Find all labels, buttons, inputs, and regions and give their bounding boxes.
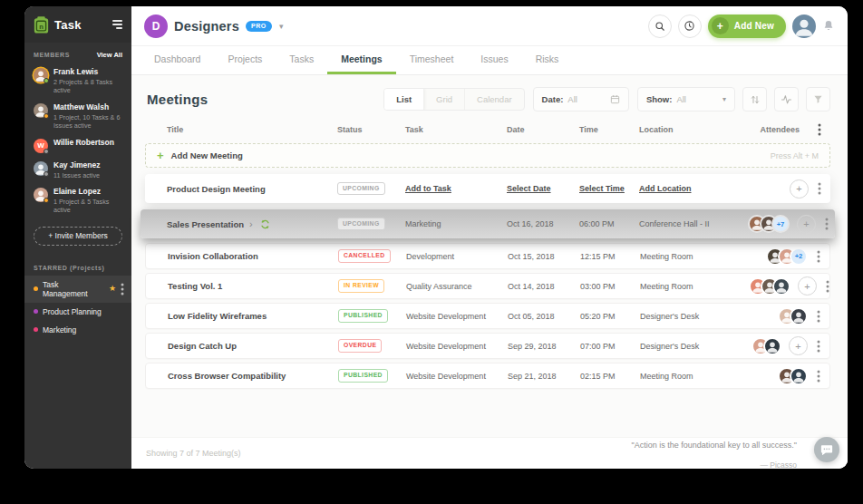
workspace-name: Designers — [174, 19, 239, 34]
filter-button[interactable] — [806, 87, 830, 111]
tab-timesheet[interactable]: Timesheet — [396, 46, 468, 74]
date-cell: Sep 29, 2018 — [508, 342, 580, 351]
workspace-caret-icon[interactable]: ▾ — [279, 22, 284, 31]
date-filter[interactable]: Date: All — [533, 87, 629, 111]
footer: Showing 7 of 7 Meeting(s) "Action is the… — [131, 437, 848, 469]
status-dot — [44, 149, 49, 154]
recurring-icon — [260, 219, 270, 229]
add-attendee-button[interactable]: + — [798, 276, 817, 296]
date-cell: Oct 05, 2018 — [508, 312, 580, 321]
attendee-overflow-badge[interactable]: +2 — [790, 247, 808, 266]
status-dot — [44, 113, 49, 119]
notifications-bell-icon[interactable] — [822, 19, 835, 33]
sidebar-project-task-management[interactable]: Task Management★ — [24, 276, 131, 303]
task-cell: Marketing — [405, 219, 507, 228]
add-attendee-button[interactable]: + — [789, 336, 808, 355]
workspace-avatar[interactable]: D — [144, 15, 168, 38]
topbar: D Designers PRO ▾ + Add New — [131, 6, 848, 46]
user-avatar[interactable] — [792, 15, 816, 38]
meeting-row-product-design-meeting[interactable]: Product Design MeetingUPCOMINGAdd to Tas… — [145, 174, 830, 203]
content-area: Meetings ListGridCalendar Date: All Show… — [131, 75, 848, 437]
kebab-menu-icon[interactable] — [121, 283, 124, 296]
add-new-meeting-row[interactable]: + Add New Meeting Press Alt + M — [145, 143, 830, 168]
show-filter[interactable]: Show: All ▾ — [637, 87, 735, 111]
member-item-willie-robertson[interactable]: WWillie Robertson — [24, 134, 131, 157]
tab-risks[interactable]: Risks — [522, 46, 573, 74]
row-kebab-icon[interactable] — [808, 310, 829, 323]
meeting-row-design-catch-up[interactable]: Design Catch UpOVERDUEWebsite Developmen… — [145, 333, 830, 359]
status-dot — [44, 78, 49, 83]
attendees-cell: +2 — [749, 247, 808, 266]
status-badge: UPCOMING — [337, 182, 385, 196]
status-dot — [44, 171, 49, 177]
members-list: Frank Lewis2 Projects & 8 Tasks activeMa… — [24, 63, 131, 218]
tab-issues[interactable]: Issues — [467, 46, 521, 74]
attendees-cell — [749, 307, 808, 325]
attendee-avatar[interactable] — [790, 367, 808, 385]
time-cell: 03:00 PM — [580, 282, 640, 291]
table-header-kebab-icon[interactable] — [809, 123, 830, 136]
row-kebab-icon[interactable] — [808, 340, 829, 353]
location-cell: Designer's Desk — [640, 342, 749, 351]
status-badge: OVERDUE — [338, 339, 382, 353]
meeting-row-invision-collaboration[interactable]: Invision CollaborationCANCELLEDDevelopme… — [145, 243, 830, 269]
tab-tasks[interactable]: Tasks — [276, 46, 327, 74]
tab-meetings[interactable]: Meetings — [327, 46, 396, 74]
sidebar-project-marketing[interactable]: Marketing — [24, 321, 131, 339]
member-item-frank-lewis[interactable]: Frank Lewis2 Projects & 8 Tasks active — [24, 63, 131, 99]
star-icon[interactable]: ★ — [109, 285, 116, 293]
view-grid-button[interactable]: Grid — [424, 89, 465, 110]
time-cell: 06:00 PM — [579, 219, 639, 228]
row-kebab-icon[interactable] — [817, 280, 839, 293]
tab-projects[interactable]: Projects — [214, 46, 276, 74]
chat-fab-button[interactable] — [814, 437, 839, 462]
column-header-date: Date — [507, 125, 579, 134]
attendee-overflow-badge[interactable]: +7 — [771, 215, 790, 233]
meeting-row-sales-presentation[interactable]: Sales Presentation›UPCOMINGMarketingOct … — [141, 209, 835, 238]
row-kebab-icon[interactable] — [809, 182, 830, 195]
meeting-row-cross-browser-compatibility[interactable]: Cross Browser CompatibilityPUBLISHEDWebs… — [145, 363, 830, 389]
meeting-title: Low Fidelity Wireframes — [146, 311, 338, 321]
tab-dashboard[interactable]: Dashboard — [141, 46, 214, 74]
row-kebab-icon[interactable] — [808, 370, 829, 383]
meetings-list: Product Design MeetingUPCOMINGAdd to Tas… — [145, 174, 830, 389]
member-item-elaine-lopez[interactable]: Elaine Lopez1 Project & 5 Tasks active — [24, 183, 131, 218]
sidebar-project-product-planning[interactable]: Product Planning — [24, 303, 131, 321]
attendee-avatar[interactable] — [763, 337, 781, 355]
task-cell: Development — [406, 252, 508, 261]
time-cell: 07:00 PM — [580, 342, 640, 351]
attendee-avatar[interactable] — [772, 277, 790, 296]
time-cell[interactable]: Select Time — [579, 184, 639, 193]
activity-button[interactable] — [774, 87, 799, 111]
sidebar-menu-icon[interactable] — [112, 20, 122, 29]
member-name: Matthew Walsh — [53, 102, 122, 112]
row-kebab-icon[interactable] — [808, 250, 829, 263]
chevron-right-icon: › — [249, 218, 253, 229]
sidebar-logo-row: n Task — [24, 6, 131, 43]
view-all-link[interactable]: View All — [97, 51, 122, 59]
attendee-avatar[interactable] — [790, 307, 808, 325]
meeting-row-testing-vol-1[interactable]: Testing Vol. 1IN REVIEWQuality Assurance… — [145, 273, 830, 299]
view-switcher: ListGridCalendar — [383, 88, 524, 111]
members-section-head: MEMBERS View All — [24, 43, 131, 63]
sort-button[interactable] — [742, 87, 767, 111]
member-name: Kay Jimenez — [53, 160, 101, 170]
date-cell[interactable]: Select Date — [507, 184, 579, 193]
add-attendee-button[interactable]: + — [797, 215, 816, 234]
recent-activity-button[interactable] — [678, 15, 702, 38]
status-dot — [44, 198, 49, 203]
row-kebab-icon[interactable] — [816, 218, 838, 230]
view-list-button[interactable]: List — [384, 89, 424, 110]
view-calendar-button[interactable]: Calendar — [465, 89, 524, 110]
location-cell[interactable]: Add Location — [639, 184, 748, 193]
add-new-button[interactable]: + Add New — [708, 15, 786, 38]
search-button[interactable] — [648, 15, 672, 38]
meeting-row-low-fidelity-wireframes[interactable]: Low Fidelity WireframesPUBLISHEDWebsite … — [145, 303, 830, 329]
member-item-matthew-walsh[interactable]: Matthew Walsh1 Project, 10 Tasks & 6 Iss… — [24, 99, 131, 134]
add-attendee-button[interactable]: + — [790, 179, 809, 199]
invite-members-button[interactable]: + Invite Members — [34, 227, 122, 246]
task-cell[interactable]: Add to Task — [405, 184, 507, 193]
time-cell: 12:15 PM — [580, 252, 640, 261]
member-item-kay-jimenez[interactable]: Kay Jimenez11 Issues active — [24, 157, 131, 183]
plus-icon: + — [157, 150, 164, 161]
